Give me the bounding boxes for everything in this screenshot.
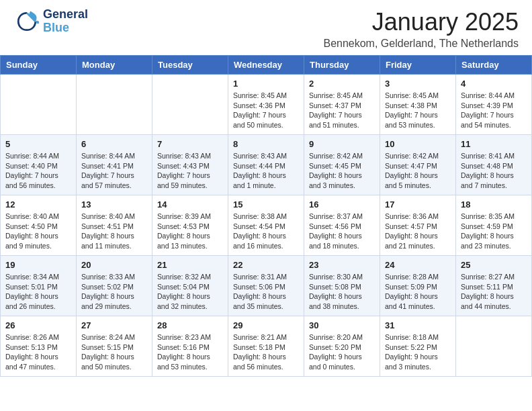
- cell-text: Sunrise: 8:35 AM Sunset: 4:59 PM Dayligh…: [461, 212, 527, 251]
- calendar-cell: 13Sunrise: 8:40 AM Sunset: 4:51 PM Dayli…: [77, 195, 152, 256]
- calendar-week-row: 1Sunrise: 8:45 AM Sunset: 4:36 PM Daylig…: [1, 75, 532, 135]
- day-number: 8: [233, 139, 299, 149]
- calendar-cell: 25Sunrise: 8:27 AM Sunset: 5:11 PM Dayli…: [456, 256, 532, 316]
- month-title: January 2025: [323, 8, 519, 36]
- cell-text: Sunrise: 8:42 AM Sunset: 4:47 PM Dayligh…: [385, 151, 451, 191]
- calendar-cell: 1Sunrise: 8:45 AM Sunset: 4:36 PM Daylig…: [228, 75, 304, 135]
- calendar-cell: 7Sunrise: 8:43 AM Sunset: 4:43 PM Daylig…: [152, 135, 228, 195]
- cell-text: Sunrise: 8:39 AM Sunset: 4:53 PM Dayligh…: [157, 212, 223, 251]
- cell-text: Sunrise: 8:45 AM Sunset: 4:36 PM Dayligh…: [233, 91, 299, 130]
- day-number: 1: [233, 79, 299, 89]
- day-number: 27: [81, 320, 147, 330]
- calendar-week-row: 5Sunrise: 8:44 AM Sunset: 4:40 PM Daylig…: [1, 135, 532, 195]
- weekday-header-saturday: Saturday: [456, 56, 532, 75]
- cell-text: Sunrise: 8:27 AM Sunset: 5:11 PM Dayligh…: [461, 272, 527, 312]
- calendar-cell: 23Sunrise: 8:30 AM Sunset: 5:08 PM Dayli…: [304, 256, 380, 316]
- cell-text: Sunrise: 8:40 AM Sunset: 4:51 PM Dayligh…: [81, 212, 147, 251]
- cell-text: Sunrise: 8:37 AM Sunset: 4:56 PM Dayligh…: [309, 212, 375, 251]
- cell-text: Sunrise: 8:32 AM Sunset: 5:04 PM Dayligh…: [157, 272, 223, 312]
- cell-text: Sunrise: 8:26 AM Sunset: 5:13 PM Dayligh…: [5, 332, 71, 372]
- day-number: 23: [309, 260, 375, 270]
- cell-text: Sunrise: 8:28 AM Sunset: 5:09 PM Dayligh…: [385, 272, 451, 312]
- day-number: 17: [385, 199, 451, 210]
- weekday-header-tuesday: Tuesday: [152, 56, 228, 75]
- calendar-cell: 16Sunrise: 8:37 AM Sunset: 4:56 PM Dayli…: [304, 195, 380, 256]
- calendar-cell: 22Sunrise: 8:31 AM Sunset: 5:06 PM Dayli…: [228, 256, 304, 316]
- calendar-cell: 2Sunrise: 8:45 AM Sunset: 4:37 PM Daylig…: [304, 75, 380, 135]
- weekday-header-monday: Monday: [77, 56, 152, 75]
- day-number: 6: [81, 139, 147, 149]
- calendar-cell: 8Sunrise: 8:43 AM Sunset: 4:44 PM Daylig…: [228, 135, 304, 195]
- day-number: 25: [461, 260, 527, 270]
- calendar-cell: 6Sunrise: 8:44 AM Sunset: 4:41 PM Daylig…: [77, 135, 152, 195]
- day-number: 5: [5, 139, 71, 149]
- weekday-header-row: SundayMondayTuesdayWednesdayThursdayFrid…: [1, 56, 532, 75]
- logo-wordmark: General Blue: [43, 8, 88, 35]
- cell-text: Sunrise: 8:43 AM Sunset: 4:44 PM Dayligh…: [233, 151, 299, 191]
- day-number: 22: [233, 260, 299, 270]
- cell-text: Sunrise: 8:18 AM Sunset: 5:22 PM Dayligh…: [385, 332, 451, 372]
- cell-text: Sunrise: 8:44 AM Sunset: 4:39 PM Dayligh…: [461, 91, 527, 130]
- day-number: 29: [233, 320, 299, 330]
- cell-text: Sunrise: 8:33 AM Sunset: 5:02 PM Dayligh…: [81, 272, 147, 312]
- calendar-cell: [152, 75, 228, 135]
- calendar-cell: 30Sunrise: 8:20 AM Sunset: 5:20 PM Dayli…: [304, 316, 380, 377]
- title-section: January 2025 Bennekom, Gelderland, The N…: [323, 8, 519, 50]
- day-number: 26: [5, 320, 71, 330]
- calendar-cell: 5Sunrise: 8:44 AM Sunset: 4:40 PM Daylig…: [1, 135, 77, 195]
- calendar-cell: 26Sunrise: 8:26 AM Sunset: 5:13 PM Dayli…: [1, 316, 77, 377]
- logo-icon: [13, 8, 40, 35]
- weekday-header-thursday: Thursday: [304, 56, 380, 75]
- calendar-cell: [1, 75, 77, 135]
- day-number: 24: [385, 260, 451, 270]
- cell-text: Sunrise: 8:24 AM Sunset: 5:15 PM Dayligh…: [81, 332, 147, 372]
- logo-general-text: General: [43, 8, 88, 21]
- cell-text: Sunrise: 8:31 AM Sunset: 5:06 PM Dayligh…: [233, 272, 299, 312]
- cell-text: Sunrise: 8:30 AM Sunset: 5:08 PM Dayligh…: [309, 272, 375, 312]
- day-number: 19: [5, 260, 71, 270]
- cell-text: Sunrise: 8:34 AM Sunset: 5:01 PM Dayligh…: [5, 272, 71, 312]
- day-number: 28: [157, 320, 223, 330]
- calendar-cell: 28Sunrise: 8:23 AM Sunset: 5:16 PM Dayli…: [152, 316, 228, 377]
- calendar-cell: 18Sunrise: 8:35 AM Sunset: 4:59 PM Dayli…: [456, 195, 532, 256]
- calendar-cell: 21Sunrise: 8:32 AM Sunset: 5:04 PM Dayli…: [152, 256, 228, 316]
- calendar-cell: 12Sunrise: 8:40 AM Sunset: 4:50 PM Dayli…: [1, 195, 77, 256]
- cell-text: Sunrise: 8:21 AM Sunset: 5:18 PM Dayligh…: [233, 332, 299, 372]
- calendar-cell: 29Sunrise: 8:21 AM Sunset: 5:18 PM Dayli…: [228, 316, 304, 377]
- logo: General Blue: [13, 8, 88, 35]
- calendar-cell: 15Sunrise: 8:38 AM Sunset: 4:54 PM Dayli…: [228, 195, 304, 256]
- calendar-cell: 10Sunrise: 8:42 AM Sunset: 4:47 PM Dayli…: [380, 135, 456, 195]
- location: Bennekom, Gelderland, The Netherlands: [323, 38, 519, 50]
- calendar-week-row: 19Sunrise: 8:34 AM Sunset: 5:01 PM Dayli…: [1, 256, 532, 316]
- cell-text: Sunrise: 8:23 AM Sunset: 5:16 PM Dayligh…: [157, 332, 223, 372]
- weekday-header-sunday: Sunday: [1, 56, 77, 75]
- day-number: 2: [309, 79, 375, 89]
- calendar-cell: 17Sunrise: 8:36 AM Sunset: 4:57 PM Dayli…: [380, 195, 456, 256]
- day-number: 20: [81, 260, 147, 270]
- cell-text: Sunrise: 8:40 AM Sunset: 4:50 PM Dayligh…: [5, 212, 71, 251]
- day-number: 15: [233, 199, 299, 210]
- calendar-cell: 20Sunrise: 8:33 AM Sunset: 5:02 PM Dayli…: [77, 256, 152, 316]
- calendar-cell: [456, 316, 532, 377]
- cell-text: Sunrise: 8:41 AM Sunset: 4:48 PM Dayligh…: [461, 151, 527, 191]
- calendar-body: 1Sunrise: 8:45 AM Sunset: 4:36 PM Daylig…: [1, 75, 532, 377]
- cell-text: Sunrise: 8:45 AM Sunset: 4:37 PM Dayligh…: [309, 91, 375, 130]
- calendar-cell: 31Sunrise: 8:18 AM Sunset: 5:22 PM Dayli…: [380, 316, 456, 377]
- logo-blue-text: Blue: [43, 21, 88, 35]
- day-number: 11: [461, 139, 527, 149]
- day-number: 30: [309, 320, 375, 330]
- day-number: 4: [461, 79, 527, 89]
- calendar-cell: 11Sunrise: 8:41 AM Sunset: 4:48 PM Dayli…: [456, 135, 532, 195]
- calendar-table: SundayMondayTuesdayWednesdayThursdayFrid…: [0, 55, 532, 377]
- day-number: 9: [309, 139, 375, 149]
- day-number: 14: [157, 199, 223, 210]
- calendar-cell: 19Sunrise: 8:34 AM Sunset: 5:01 PM Dayli…: [1, 256, 77, 316]
- day-number: 12: [5, 199, 71, 210]
- cell-text: Sunrise: 8:45 AM Sunset: 4:38 PM Dayligh…: [385, 91, 451, 130]
- weekday-header-friday: Friday: [380, 56, 456, 75]
- cell-text: Sunrise: 8:44 AM Sunset: 4:40 PM Dayligh…: [5, 151, 71, 191]
- day-number: 16: [309, 199, 375, 210]
- cell-text: Sunrise: 8:44 AM Sunset: 4:41 PM Dayligh…: [81, 151, 147, 191]
- day-number: 31: [385, 320, 451, 330]
- calendar-cell: 9Sunrise: 8:42 AM Sunset: 4:45 PM Daylig…: [304, 135, 380, 195]
